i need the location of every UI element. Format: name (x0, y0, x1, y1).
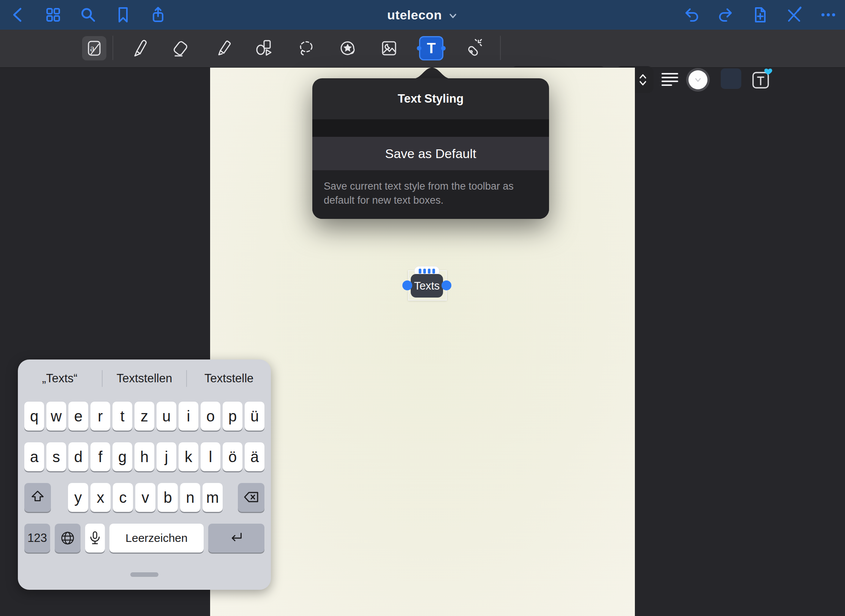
popover-separator-band (312, 119, 549, 137)
key-a[interactable]: a (24, 442, 44, 471)
key-ü[interactable]: ü (245, 402, 264, 431)
space-key-label: Leerzeichen (125, 532, 187, 545)
secondary-swatch[interactable] (721, 68, 741, 89)
key-n[interactable]: n (180, 483, 200, 512)
thumbnails-grid-icon (44, 6, 62, 24)
undo-button[interactable] (682, 5, 701, 25)
space-key[interactable]: Leerzeichen (109, 524, 204, 553)
text-align-button[interactable] (657, 69, 682, 90)
key-p[interactable]: p (223, 402, 242, 431)
bookmark-button[interactable] (113, 5, 133, 25)
text-tool-selected[interactable]: T (419, 36, 443, 60)
chevron-left-icon (9, 6, 27, 24)
key-u[interactable]: u (157, 402, 176, 431)
more-button[interactable] (818, 5, 838, 25)
key-s[interactable]: s (46, 442, 66, 471)
key-z[interactable]: z (135, 402, 154, 431)
document-title-button[interactable]: utelecon (387, 0, 458, 30)
key-h[interactable]: h (135, 442, 154, 471)
backspace-icon (242, 488, 260, 507)
search-icon (79, 6, 97, 24)
pen-icon (128, 38, 150, 59)
drag-bar (432, 269, 435, 274)
lasso-tool[interactable] (293, 36, 320, 60)
key-v[interactable]: v (135, 483, 155, 512)
key-row-2: asdfghjklöä (24, 442, 264, 471)
back-button[interactable] (8, 5, 28, 25)
key-w[interactable]: w (46, 402, 66, 431)
key-y[interactable]: y (68, 483, 88, 512)
drag-bar (419, 269, 421, 274)
textbox-text: Texts (414, 280, 440, 292)
pen-cross-icon (785, 6, 803, 24)
shapes-tool[interactable] (250, 36, 278, 60)
top-nav-bar: utelecon (0, 0, 845, 30)
key-ö[interactable]: ö (223, 442, 242, 471)
search-button[interactable] (78, 5, 98, 25)
eraser-icon (170, 38, 191, 59)
key-x[interactable]: x (90, 483, 111, 512)
toolbar-divider (112, 36, 113, 60)
textbox-resize-handle-right[interactable] (441, 280, 451, 290)
key-o[interactable]: o (201, 402, 220, 431)
globe-key[interactable] (55, 524, 81, 553)
laser-pointer-icon (462, 38, 484, 59)
stickers-tool[interactable] (334, 36, 361, 60)
dictation-key[interactable] (85, 524, 105, 553)
key-m[interactable]: m (203, 483, 223, 512)
popover-arrow (413, 67, 451, 79)
highlighter-tool[interactable] (209, 36, 236, 60)
key-t[interactable]: t (112, 402, 132, 431)
document-title: utelecon (387, 8, 442, 22)
key-k[interactable]: k (179, 442, 198, 471)
drag-bar (428, 269, 430, 274)
handwriting-convert-tool[interactable]: a (82, 36, 106, 60)
suggestion-2[interactable]: Textstelle (187, 372, 271, 385)
stop-editing-button[interactable] (784, 5, 804, 25)
backspace-key[interactable] (238, 483, 264, 512)
globe-icon (59, 529, 76, 547)
popover-description: Save current text style from the toolbar… (312, 170, 549, 219)
key-e[interactable]: e (68, 402, 88, 431)
key-l[interactable]: l (201, 442, 220, 471)
shift-key[interactable] (24, 483, 51, 512)
key-i[interactable]: i (179, 402, 198, 431)
redo-button[interactable] (716, 5, 736, 25)
eraser-tool[interactable] (167, 36, 194, 60)
key-j[interactable]: j (157, 442, 176, 471)
sticker-star-icon (337, 38, 358, 59)
text-color-swatch[interactable] (686, 68, 710, 92)
key-row-1: qwertzuiopü (24, 402, 264, 431)
pen-tool[interactable] (125, 36, 153, 60)
key-q[interactable]: q (24, 402, 44, 431)
add-page-button[interactable] (750, 5, 770, 25)
key-ä[interactable]: ä (245, 442, 264, 471)
image-icon (378, 38, 400, 59)
favorite-text-style-button[interactable] (748, 67, 777, 92)
key-r[interactable]: r (90, 402, 110, 431)
share-button[interactable] (148, 5, 168, 25)
redo-icon (717, 6, 735, 24)
text-tool-label: T (427, 40, 435, 57)
key-row-3-letters: yxcvbnm (68, 483, 223, 512)
add-page-icon (751, 6, 769, 24)
image-tool[interactable] (375, 36, 403, 60)
key-f[interactable]: f (90, 442, 110, 471)
suggestion-quoted[interactable]: „Texts“ (18, 372, 102, 385)
thumbnails-button[interactable] (43, 5, 63, 25)
key-d[interactable]: d (68, 442, 88, 471)
handwriting-convert-icon: a (84, 38, 104, 58)
keyboard-drag-indicator[interactable] (130, 572, 158, 577)
key-b[interactable]: b (158, 483, 178, 512)
save-as-default-button[interactable]: Save as Default (312, 137, 549, 170)
suggestion-1[interactable]: Textstellen (103, 372, 187, 385)
textbox-resize-handle-left[interactable] (402, 280, 412, 290)
laser-pointer-tool[interactable] (459, 36, 487, 60)
numbers-key-label: 123 (27, 531, 47, 545)
numbers-key[interactable]: 123 (24, 524, 50, 553)
key-c[interactable]: c (113, 483, 133, 512)
return-key[interactable] (208, 524, 264, 553)
text-styling-popover: Text Styling Save as Default Save curren… (312, 78, 549, 219)
key-g[interactable]: g (112, 442, 132, 471)
textbox-content[interactable]: Texts (411, 274, 443, 298)
